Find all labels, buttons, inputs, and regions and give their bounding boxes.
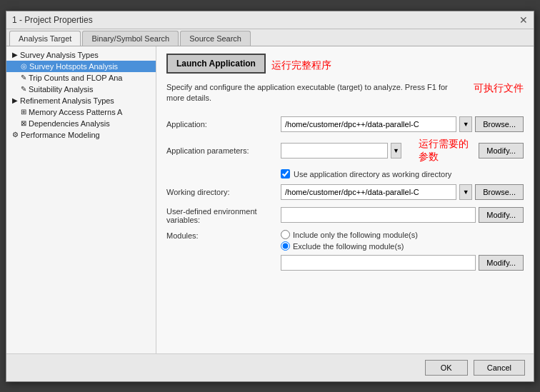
working-dir-input-group: ▼ Browse...	[281, 184, 524, 200]
env-vars-label: User-defined environment variables:	[166, 206, 281, 224]
left-panel: ▶ Survey Analysis Types ◎ Survey Hotspot…	[6, 46, 156, 353]
tree-item-refinement-types[interactable]: ▶ Refinement Analysis Types	[6, 95, 156, 106]
modules-section: Modules: Include only the following modu…	[166, 230, 524, 271]
radio-exclude[interactable]	[281, 241, 290, 251]
tree-label-memory-access: Memory Access Patterns A	[29, 108, 122, 116]
tree-label-performance: Performance Modeling	[21, 131, 100, 139]
edit-icon-2: ✎	[21, 85, 26, 93]
modules-input[interactable]	[281, 255, 476, 271]
tree-label-dependencies: Dependencies Analysis	[29, 119, 110, 128]
right-panel: Launch Application 运行完整程序 Specify and co…	[156, 46, 534, 353]
radio-group: Include only the following module(s) Exc…	[281, 230, 524, 251]
title-bar: 1 - Project Properties ✕	[6, 11, 534, 29]
close-button[interactable]: ✕	[519, 15, 528, 25]
radio-include[interactable]	[281, 230, 290, 239]
tree-item-dependencies[interactable]: ⊠ Dependencies Analysis	[6, 118, 156, 129]
dialog-title: 1 - Project Properties	[12, 15, 93, 25]
annotation-desc: 可执行文件	[474, 82, 524, 95]
folder-icon-2: ▶	[12, 96, 18, 104]
tab-analysis-target[interactable]: Analysis Target	[9, 31, 81, 46]
working-dir-browse-button[interactable]: Browse...	[475, 184, 524, 200]
app-params-label: Application parameters:	[166, 146, 281, 155]
working-dir-dropdown-btn[interactable]: ▼	[459, 184, 472, 200]
annotation-params: 运行需要的参数	[419, 138, 476, 164]
tree-label-refinement-types: Refinement Analysis Types	[20, 96, 114, 105]
working-dir-row: Working directory: ▼ Browse...	[166, 184, 524, 200]
launch-application-button[interactable]: Launch Application	[166, 54, 266, 74]
app-params-modify-button[interactable]: Modify...	[479, 143, 524, 159]
tabs-bar: Analysis Target Binary/Symbol Search Sou…	[6, 29, 534, 46]
tree-label-survey-types: Survey Analysis Types	[20, 51, 99, 59]
checkbox-label: Use application directory as working dir…	[294, 170, 451, 179]
gear-icon: ⚙	[12, 131, 19, 139]
tab-source-search[interactable]: Source Search	[180, 31, 251, 46]
tree-label-trip-flop: Trip Counts and FLOP Ana	[29, 74, 122, 82]
radio-include-label: Include only the following module(s)	[293, 231, 418, 239]
ok-button[interactable]: OK	[425, 360, 468, 376]
application-input[interactable]	[281, 116, 456, 132]
application-row: Application: ▼ Browse...	[166, 116, 524, 132]
params-dropdown-btn[interactable]: ▼	[391, 143, 401, 159]
use-app-dir-checkbox[interactable]	[281, 169, 290, 179]
dialog: 1 - Project Properties ✕ Analysis Target…	[6, 11, 534, 382]
tree-label-survey-hotspots: Survey Hotspots Analysis	[29, 62, 118, 71]
env-vars-row: User-defined environment variables: Modi…	[166, 206, 524, 224]
grid-icon: ⊞	[21, 108, 26, 116]
modules-content: Include only the following module(s) Exc…	[281, 230, 524, 271]
tree-item-memory-access[interactable]: ⊞ Memory Access Patterns A	[6, 106, 156, 118]
hotspot-icon: ◎	[21, 62, 27, 70]
tree-item-trip-flop[interactable]: ✎ Trip Counts and FLOP Ana	[6, 72, 156, 84]
radio-exclude-label: Exclude the following module(s)	[293, 242, 404, 251]
working-dir-input[interactable]	[281, 184, 456, 200]
env-vars-group: Modify...	[281, 207, 524, 223]
tree-item-survey-hotspots[interactable]: ◎ Survey Hotspots Analysis	[6, 61, 156, 72]
content-area: ▶ Survey Analysis Types ◎ Survey Hotspot…	[6, 46, 534, 353]
bottom-buttons: OK Cancel	[6, 353, 534, 381]
app-params-input-group: ▼ 运行需要的参数 Modify...	[281, 138, 524, 164]
application-dropdown-btn[interactable]: ▼	[459, 116, 472, 132]
radio-include-row: Include only the following module(s)	[281, 230, 524, 239]
checkbox-working-dir-row: Use application directory as working dir…	[281, 169, 524, 179]
app-params-row: Application parameters: ▼ 运行需要的参数 Modify…	[166, 138, 524, 164]
env-vars-modify-button[interactable]: Modify...	[479, 207, 524, 223]
application-input-group: ▼ Browse...	[281, 116, 524, 132]
modules-label: Modules:	[166, 230, 281, 240]
modules-modify-button[interactable]: Modify...	[479, 255, 524, 271]
cancel-button[interactable]: Cancel	[474, 360, 525, 376]
annotation-launch: 运行完整程序	[271, 59, 331, 72]
cross-icon: ⊠	[21, 119, 26, 127]
application-browse-button[interactable]: Browse...	[475, 116, 524, 132]
tree-label-suitability: Suitability Analysis	[29, 85, 94, 94]
folder-icon: ▶	[12, 51, 18, 59]
tab-binary-symbol[interactable]: Binary/Symbol Search	[82, 31, 179, 46]
working-dir-label: Working directory:	[166, 188, 281, 196]
edit-icon-1: ✎	[21, 74, 26, 81]
radio-exclude-row: Exclude the following module(s)	[281, 241, 524, 251]
env-vars-input[interactable]	[281, 207, 476, 223]
tree-item-performance[interactable]: ⚙ Performance Modeling	[6, 129, 156, 141]
tree-item-suitability[interactable]: ✎ Suitability Analysis	[6, 84, 156, 95]
application-label: Application:	[166, 120, 281, 129]
description-text: Specify and configure the application ex…	[166, 82, 464, 104]
tree-item-survey-types[interactable]: ▶ Survey Analysis Types	[6, 49, 156, 61]
app-params-input[interactable]	[281, 143, 388, 159]
